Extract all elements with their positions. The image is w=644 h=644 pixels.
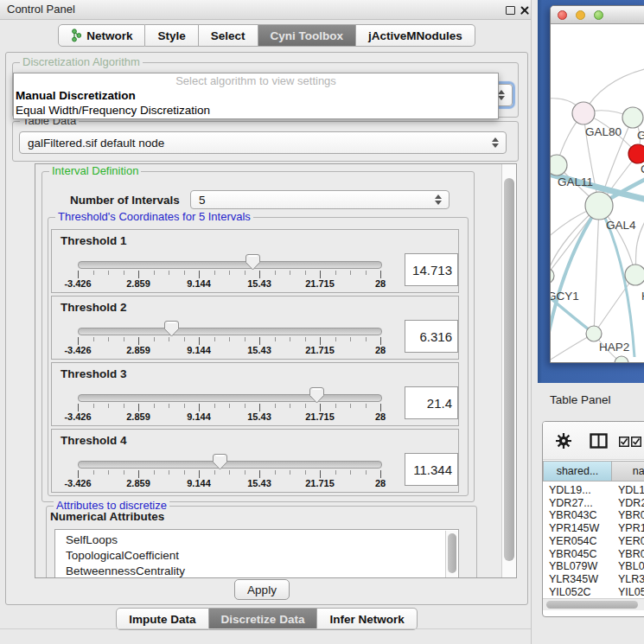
table-column-header-0[interactable]: shared...	[543, 461, 612, 481]
select-columns-icon[interactable]	[619, 437, 641, 447]
table-horizontal-scrollbar[interactable]	[543, 598, 644, 610]
network-graph[interactable]: GAL80GACGAL11GAL4GCY1HHAP2	[551, 24, 644, 362]
slider-major-tick	[380, 271, 381, 278]
threshold-slider-track[interactable]	[78, 261, 382, 269]
algorithm-popup-item[interactable]: Manual Discretization	[14, 88, 498, 103]
minimize-window-icon[interactable]	[576, 10, 585, 20]
attribute-list-item[interactable]: TopologicalCoefficient	[55, 548, 446, 564]
table-row[interactable]: YBR043CYBR043C	[543, 509, 644, 522]
threshold-panel: Threshold 2-3.4262.8599.14415.4321.71528…	[51, 296, 459, 360]
slider-major-tick	[259, 470, 260, 478]
attribute-list-item[interactable]: SelfLoops	[55, 532, 446, 548]
float-window-icon[interactable]	[506, 6, 515, 15]
slider-minor-tick	[305, 337, 306, 341]
tab-impute-data[interactable]: Impute Data	[116, 608, 208, 630]
tab-infer-network[interactable]: Infer Network	[317, 608, 417, 630]
network-edge[interactable]	[594, 206, 599, 334]
threshold-slider-track[interactable]	[78, 461, 382, 469]
split-panel-icon[interactable]	[590, 433, 608, 449]
slider-minor-tick	[366, 470, 367, 475]
table-row[interactable]: YPR145WYPR145W	[543, 522, 644, 535]
slider-major-tick	[320, 404, 321, 411]
tab-network[interactable]: Network	[58, 24, 145, 47]
network-icon	[71, 29, 82, 42]
table-data-combobox-value: galFiltered.sif default node	[28, 137, 164, 150]
threshold-slider-track[interactable]	[78, 394, 382, 402]
tab-cyni-toolbox[interactable]: Cyni Toolbox	[258, 24, 357, 47]
control-panel-titlebar: Control Panel	[0, 0, 533, 20]
threshold-slider-thumb[interactable]	[245, 254, 260, 271]
slider-minor-tick	[350, 271, 351, 275]
network-node-label: C	[641, 163, 644, 175]
table-column-header-1[interactable]: name	[612, 461, 644, 481]
table-cell: YLR345W	[612, 573, 644, 586]
slider-major-tick	[199, 470, 200, 478]
cyni-mode-tabbar: Impute DataDiscretize DataInfer Network	[0, 608, 533, 630]
attribute-list-item[interactable]: BetweennessCentrality	[55, 564, 446, 578]
table-row[interactable]: YBR045CYBR045C	[543, 548, 644, 561]
table-cell: YBR045C	[543, 548, 612, 561]
viewport-scrollbar-thumb[interactable]	[504, 178, 514, 561]
network-node-h[interactable]	[625, 265, 644, 285]
tab-label: Cyni Toolbox	[271, 29, 344, 42]
tab-label: Infer Network	[329, 613, 404, 626]
network-canvas[interactable]: GAL80GACGAL11GAL4GCY1HHAP2	[551, 24, 644, 362]
close-panel-icon[interactable]	[520, 5, 530, 16]
tab-style[interactable]: Style	[145, 24, 198, 47]
slider-major-tick	[138, 470, 139, 478]
apply-button[interactable]: Apply	[234, 579, 290, 600]
slider-minor-tick	[229, 404, 230, 408]
table-row[interactable]: YDL19...YDL19...	[543, 484, 644, 497]
table-row[interactable]: YER054CYER054C	[543, 535, 644, 548]
slider-minor-tick	[335, 337, 336, 341]
threshold-value-box[interactable]: 21.4	[405, 386, 458, 419]
gear-icon[interactable]	[555, 432, 572, 450]
threshold-value-box[interactable]: 11.344	[405, 453, 458, 486]
tab-discretize-data[interactable]: Discretize Data	[209, 608, 318, 630]
zoom-window-icon[interactable]	[594, 10, 603, 20]
table-cell: YDR27...	[612, 497, 644, 510]
tab-select[interactable]: Select	[199, 24, 258, 47]
algorithm-popup-item[interactable]: Equal Width/Frequency Discretization	[14, 103, 498, 118]
threshold-value-box[interactable]: 14.713	[405, 253, 458, 286]
slider-minor-tick	[305, 470, 306, 475]
table-data-combobox[interactable]: galFiltered.sif default node	[19, 131, 507, 154]
table-row[interactable]: YIL052CYIL052C	[543, 586, 644, 598]
network-node-label: HAP2	[599, 341, 629, 354]
numerical-attributes-label: Numerical Attributes	[50, 510, 164, 523]
viewport-scrollbar[interactable]	[501, 164, 516, 577]
tab-jactivemnodules[interactable]: jActiveMNodules	[356, 24, 475, 47]
table-hscrollbar-thumb[interactable]	[546, 601, 638, 609]
close-window-icon[interactable]	[558, 10, 567, 20]
network-window-titlebar[interactable]	[551, 6, 644, 24]
slider-minor-tick	[350, 404, 351, 408]
number-of-intervals-combobox[interactable]: 5	[190, 190, 450, 209]
threshold-slider-track[interactable]	[78, 328, 382, 335]
threshold-slider-thumb[interactable]	[164, 321, 179, 337]
attributes-list-scrollbar[interactable]	[445, 531, 457, 578]
slider-tick-label: 2.859	[111, 345, 166, 355]
threshold-value-box[interactable]: 6.316	[405, 320, 458, 353]
slider-major-tick	[138, 337, 139, 345]
network-node-gal11[interactable]	[551, 155, 567, 175]
slider-minor-tick	[366, 337, 367, 341]
network-node[interactable]	[615, 356, 628, 362]
table-row[interactable]: YBL079WYBL079W	[543, 560, 644, 573]
table-cell: YDR27...	[543, 497, 612, 510]
network-node-gal80[interactable]	[572, 102, 595, 124]
threshold-slider-thumb[interactable]	[309, 387, 324, 404]
network-node-gal4[interactable]	[585, 192, 613, 220]
network-node-gcy1[interactable]	[551, 268, 554, 284]
slider-major-tick	[320, 271, 321, 278]
network-node-ga[interactable]	[622, 107, 643, 128]
network-node-hap2[interactable]	[586, 326, 602, 341]
threshold-slider-thumb[interactable]	[213, 454, 227, 470]
table-cell: YER054C	[612, 535, 644, 548]
table-row[interactable]: YDR27...YDR27...	[543, 497, 644, 510]
network-node-c[interactable]	[628, 144, 644, 163]
network-view-window[interactable]: GAL80GACGAL11GAL4GCY1HHAP2	[550, 5, 644, 363]
numerical-attributes-list[interactable]: SelfLoopsTopologicalCoefficientBetweenne…	[54, 529, 459, 578]
table-row[interactable]: YLR345WYLR345W	[543, 573, 644, 586]
divider	[0, 628, 533, 629]
threshold-panel: Threshold 4-3.4262.8599.14415.4321.71528…	[51, 429, 459, 493]
